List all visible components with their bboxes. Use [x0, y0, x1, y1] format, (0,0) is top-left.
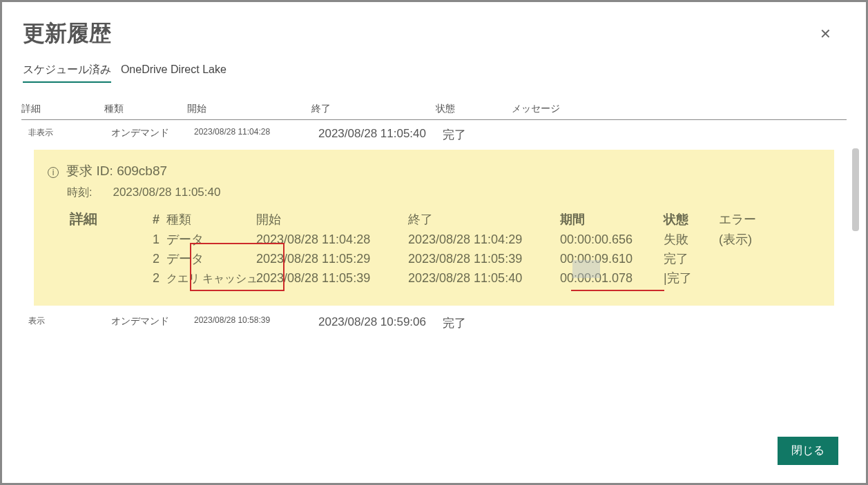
detail-toggle[interactable]: 表示 — [28, 315, 111, 331]
d-type: クエリ キャッシュ — [164, 270, 253, 288]
dcol-start: 開始 — [253, 210, 405, 229]
close-button[interactable]: 閉じる — [778, 437, 838, 465]
d-end: 2023/08/28 11:05:40 — [405, 270, 557, 287]
d-state: |完了 — [661, 268, 716, 288]
dcol-end: 終了 — [405, 210, 557, 229]
col-type: 種類 — [104, 103, 187, 115]
col-start: 開始 — [187, 103, 311, 115]
cell-start: 2023/08/28 11:04:28 — [194, 127, 318, 143]
detail-toggle[interactable]: 非表示 — [28, 127, 111, 143]
d-dur: 00:00:00.656 — [557, 231, 661, 248]
d-start: 2023/08/28 11:05:39 — [253, 270, 405, 287]
cell-start: 2023/08/28 10:58:39 — [194, 315, 318, 331]
scrollbar[interactable] — [852, 148, 859, 231]
info-icon: i — [48, 167, 59, 178]
tab-scheduled[interactable]: スケジュール済み — [23, 63, 111, 83]
close-icon[interactable]: ✕ — [820, 26, 831, 42]
request-label: 要求 ID: — [66, 164, 113, 178]
d-state: 失敗 — [661, 230, 716, 249]
detail-row: 2 クエリ キャッシュ 2023/08/28 11:05:39 2023/08/… — [67, 268, 820, 288]
col-state: 状態 — [436, 103, 512, 115]
cell-end: 2023/08/28 10:59:06 — [318, 315, 443, 331]
error-link[interactable]: (表示) — [716, 230, 771, 249]
detail-row: 1 データ 2023/08/28 11:04:28 2023/08/28 11:… — [67, 230, 820, 249]
d-num: 1 — [150, 231, 164, 248]
annotation-underline — [571, 290, 664, 291]
d-num: 2 — [150, 270, 164, 287]
request-id: 609cb87 — [117, 164, 167, 178]
detail-panel: i 要求 ID: 609cb87 時刻: 2023/08/28 11:05:40… — [34, 150, 834, 306]
tab-onedrive[interactable]: OneDrive Direct Lake — [121, 63, 226, 80]
d-type: データ — [164, 249, 253, 268]
dcol-dur: 期間 — [557, 210, 661, 229]
col-end: 終了 — [311, 103, 436, 115]
cell-end: 2023/08/28 11:05:40 — [318, 127, 443, 143]
d-end: 2023/08/28 11:05:39 — [405, 250, 557, 268]
annotation-highlight — [572, 260, 600, 278]
d-type: データ — [164, 230, 253, 249]
dcol-err: エラー — [716, 210, 771, 229]
dcol-type: 種類 — [164, 210, 253, 229]
time-label: 時刻: — [67, 186, 92, 198]
tabs: スケジュール済み OneDrive Direct Lake — [23, 63, 845, 83]
page-title: 更新履歴 — [23, 19, 845, 49]
detail-label: 詳細 — [67, 208, 150, 230]
table-header: 詳細 種類 開始 終了 状態 メッセージ — [21, 103, 847, 120]
cell-type: オンデマンド — [111, 315, 194, 331]
d-start: 2023/08/28 11:04:28 — [253, 231, 405, 248]
col-detail: 詳細 — [21, 103, 104, 115]
dcol-state: 状態 — [661, 210, 716, 229]
d-start: 2023/08/28 11:05:29 — [253, 250, 405, 268]
table-row[interactable]: 非表示 オンデマンド 2023/08/28 11:04:28 2023/08/2… — [21, 120, 847, 147]
dcol-num: # — [150, 211, 164, 228]
table-row[interactable]: 表示 オンデマンド 2023/08/28 10:58:39 2023/08/28… — [21, 308, 847, 335]
d-num: 2 — [150, 250, 164, 268]
col-message: メッセージ — [512, 103, 650, 115]
time-value: 2023/08/28 11:05:40 — [113, 186, 220, 199]
detail-row: 2 データ 2023/08/28 11:05:29 2023/08/28 11:… — [67, 249, 820, 268]
d-end: 2023/08/28 11:04:29 — [405, 231, 557, 248]
cell-state: 完了 — [443, 127, 519, 143]
cell-state: 完了 — [443, 315, 519, 331]
d-state: 完了 — [661, 249, 716, 268]
cell-type: オンデマンド — [111, 127, 194, 143]
